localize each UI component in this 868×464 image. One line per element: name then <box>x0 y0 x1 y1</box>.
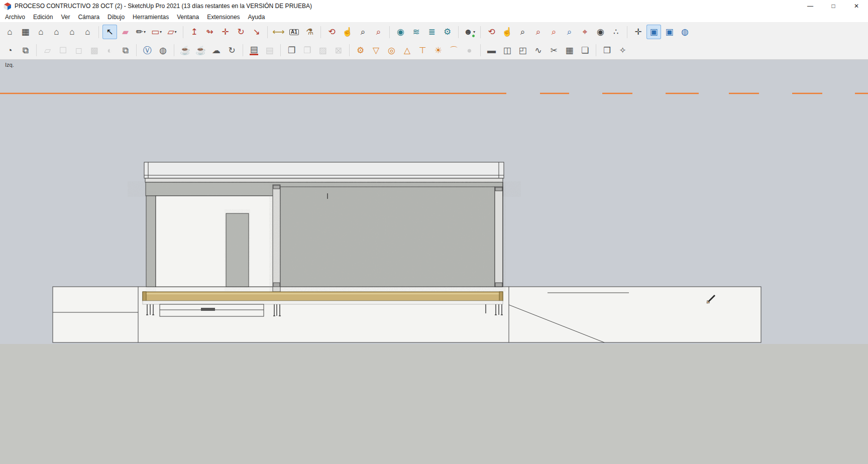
maximize-button[interactable]: □ <box>822 0 845 12</box>
plugin-waves-icon[interactable]: ≋ <box>409 25 423 39</box>
vray-sphere-light-glyph: ● <box>467 46 472 55</box>
vray-scene-export-icon[interactable]: ❏ <box>578 43 592 58</box>
plugin-gear-circle-icon[interactable]: ◉ <box>393 25 408 39</box>
view-top-icon[interactable]: ▦ <box>18 25 33 39</box>
vray-render-interactive-icon[interactable]: ☕ <box>193 43 208 58</box>
view-cube-alt-toggle-icon[interactable]: ▣ <box>662 25 677 39</box>
vray-toolbox-icon[interactable]: ✧ <box>615 43 630 58</box>
view-iso-icon[interactable]: ⌂ <box>3 25 17 39</box>
rectangle-tool-dropdown-arrow[interactable]: ▾ <box>160 30 162 34</box>
vray-render-icon[interactable]: ☕ <box>178 43 192 58</box>
viewport-canvas[interactable]: Izq. <box>0 60 868 464</box>
shape-tool-icon[interactable]: ▱▾ <box>165 25 179 39</box>
minimize-button[interactable]: — <box>799 0 822 12</box>
view-right-icon[interactable]: ⌂ <box>49 25 64 39</box>
walk-tool-icon[interactable]: ∴ <box>609 25 623 39</box>
vray-spot-light-icon[interactable]: ▽ <box>369 43 383 58</box>
menu-edicion[interactable]: Edición <box>29 13 57 22</box>
pan-tool-2-icon[interactable]: ☝ <box>500 25 514 39</box>
view-left-icon[interactable]: ⌂ <box>80 25 95 39</box>
orbit-tool-2-icon[interactable]: ⟲ <box>484 25 499 39</box>
zoom-window-tool-icon[interactable]: ⌕ <box>371 25 386 39</box>
position-camera-tool-glyph: ⌖ <box>583 28 588 36</box>
zoom-previous-tool-icon[interactable]: ⌕ <box>562 25 577 39</box>
look-around-tool-icon[interactable]: ◉ <box>593 25 608 39</box>
rectangle-tool-icon[interactable]: ▭▾ <box>149 25 164 39</box>
rotate-tool-icon[interactable]: ↻ <box>234 25 248 39</box>
vray-refresh-icon[interactable]: ↻ <box>225 43 239 58</box>
view-back-icon[interactable]: ⌂ <box>65 25 79 39</box>
vray-color-picker-icon[interactable]: ◍ <box>156 43 170 58</box>
vray-dome-light-icon[interactable]: ◎ <box>384 43 399 58</box>
vray-proxy-export-icon[interactable]: ◫ <box>500 43 514 58</box>
vray-fur-icon[interactable]: ∿ <box>531 43 546 58</box>
orbit-tool-icon[interactable]: ⟲ <box>324 25 339 39</box>
vray-asset-editor-icon[interactable]: Ⓥ <box>140 43 155 58</box>
vray-light-gen-icon[interactable]: ⚙ <box>353 43 368 58</box>
toolbar-separator <box>480 44 481 56</box>
menu-ventana[interactable]: Ventana <box>173 13 203 22</box>
line-tool-glyph: ✏ <box>136 28 143 36</box>
paint-bucket-tool-icon[interactable]: ⚗ <box>302 25 317 39</box>
zoom-tool-icon[interactable]: ⌕ <box>356 25 370 39</box>
menu-ver[interactable]: Ver <box>57 13 74 22</box>
menu-herramientas[interactable]: Herramientas <box>129 13 173 22</box>
position-camera-tool-icon[interactable]: ⌖ <box>578 25 592 39</box>
vray-proxy-import-icon[interactable]: ◰ <box>515 43 530 58</box>
account-icon[interactable]: ☻▾ <box>462 25 477 39</box>
push-pull-tool-icon[interactable]: ↥ <box>187 25 201 39</box>
zoom-extents-tool-icon[interactable]: ⌕ <box>547 25 561 39</box>
right-column <box>495 182 503 287</box>
view-top-glyph: ▦ <box>21 28 29 36</box>
section-plane-tool-icon[interactable]: ◔ <box>3 43 17 58</box>
line-tool-icon[interactable]: ✏▾ <box>134 25 148 39</box>
vray-displacement-icon[interactable]: ▦ <box>562 43 577 58</box>
line-tool-dropdown-arrow[interactable]: ▾ <box>144 30 146 34</box>
vray-frame-box-icon[interactable]: ❒ <box>600 43 614 58</box>
paste-in-place-icon[interactable]: ⧉ <box>118 43 133 58</box>
eraser-tool-icon[interactable]: ▰ <box>118 25 133 39</box>
navigation-cross-icon[interactable]: ✛ <box>631 25 645 39</box>
vray-omni-light-icon[interactable]: ☀ <box>431 43 446 58</box>
view-front-icon[interactable]: ⌂ <box>34 25 48 39</box>
view-cube-toggle-glyph: ▣ <box>649 28 658 36</box>
viewport-render-icon[interactable]: ❐ <box>284 43 299 58</box>
zoom-tool-2-icon[interactable]: ⌕ <box>515 25 530 39</box>
menu-ayuda[interactable]: Ayuda <box>244 13 269 22</box>
scale-tool-icon[interactable]: ↘ <box>249 25 264 39</box>
plugin-gears-glyph: ⚙ <box>444 28 451 36</box>
close-button[interactable]: ✕ <box>845 0 868 12</box>
section-display-toggle-icon[interactable]: ⧉ <box>18 43 33 58</box>
vray-area-light-icon[interactable]: △ <box>400 43 414 58</box>
account-dropdown-arrow[interactable]: ▾ <box>473 30 475 34</box>
tape-measure-tool-icon[interactable]: ⟷ <box>271 25 286 39</box>
vray-cloud-render-icon[interactable]: ☁ <box>209 43 224 58</box>
zoom-window-tool-2-icon[interactable]: ⌕ <box>531 25 546 39</box>
text-tool-icon[interactable]: A1 <box>287 25 301 39</box>
vray-clipper-icon[interactable]: ✂ <box>547 43 561 58</box>
toolbar-separator <box>183 26 183 38</box>
vray-infinite-plane-icon[interactable]: ▬ <box>484 43 499 58</box>
view-sphere-toggle-icon[interactable]: ◍ <box>678 25 692 39</box>
pan-tool-icon[interactable]: ☝ <box>340 25 355 39</box>
menu-archivo[interactable]: Archivo <box>1 13 29 22</box>
toolbar-separator <box>98 26 99 38</box>
view-cube-toggle-icon[interactable]: ▣ <box>646 25 661 39</box>
lock-camera-glyph: ⊠ <box>335 46 342 55</box>
vray-frame-buffer-glyph: ▤ <box>250 45 258 55</box>
menu-camara[interactable]: Cámara <box>74 13 103 22</box>
shape-tool-dropdown-arrow[interactable]: ▾ <box>175 30 177 34</box>
vray-ies-light-icon[interactable]: ⊤ <box>415 43 430 58</box>
move-tool-icon[interactable]: ✛ <box>218 25 233 39</box>
menu-extensiones[interactable]: Extensiones <box>203 13 244 22</box>
menu-dibujo[interactable]: Dibujo <box>103 13 129 22</box>
plugin-gears-icon[interactable]: ⚙ <box>440 25 455 39</box>
plugin-layer-waves-icon[interactable]: ≣ <box>424 25 439 39</box>
vray-mesh-light-icon[interactable]: ⌒ <box>447 43 461 58</box>
follow-me-tool-icon[interactable]: ↬ <box>202 25 217 39</box>
model-viewport[interactable]: Izq. <box>0 60 868 464</box>
vray-frame-buffer-icon[interactable]: ▤ <box>247 43 261 58</box>
left-wall-column <box>146 196 156 287</box>
toolbar-separator <box>267 26 268 38</box>
select-tool-icon[interactable]: ↖ <box>102 25 117 39</box>
